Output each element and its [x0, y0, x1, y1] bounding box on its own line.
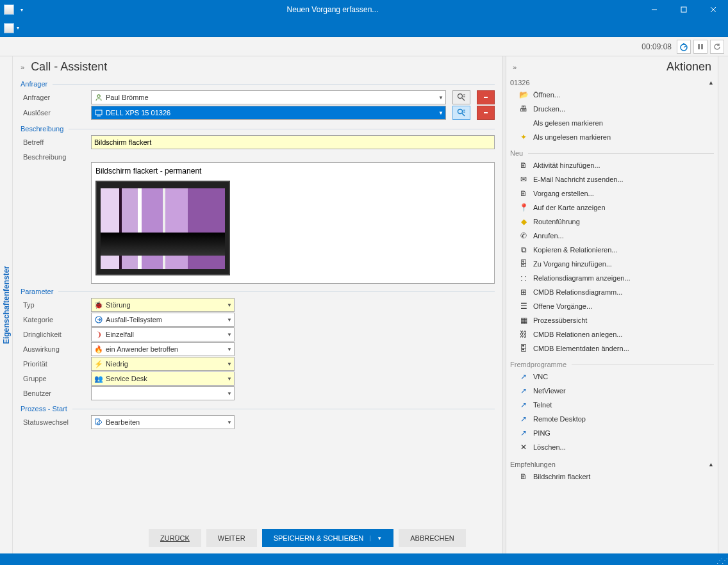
beschreibung-text: Bildschirm flackert - permanent: [95, 167, 490, 176]
app-icon: [4, 4, 14, 15]
diagram-icon: ⸬: [519, 274, 528, 282]
chevron-down-icon[interactable]: ▼: [227, 317, 232, 323]
combo-statuswechsel-value: Bearbeiten: [106, 418, 140, 426]
combo-prioritaet[interactable]: ⚡ Niedrig ▼: [91, 357, 235, 371]
add-user-icon: 🗄: [519, 259, 528, 268]
timer-pause-button[interactable]: [693, 40, 707, 54]
actions-title: Aktionen: [666, 60, 711, 74]
action-send-mail[interactable]: ✉E-Mail Nachricht zusenden...: [510, 172, 714, 186]
combo-anfrager[interactable]: Paul Brömme ▼: [91, 90, 446, 104]
window-title: Neuen Vorgang erfassen...: [26, 5, 640, 14]
chevron-down-icon[interactable]: ▼: [227, 361, 232, 367]
chevron-down-icon[interactable]: ▼: [438, 110, 443, 116]
timer-value: 00:09:08: [641, 42, 672, 51]
next-button[interactable]: WEITER: [206, 529, 257, 547]
chevron-down-icon[interactable]: ▼: [227, 391, 232, 397]
ribbon-tab-icon[interactable]: [4, 23, 14, 33]
label-typ: Typ: [21, 301, 85, 309]
actions-group-recommendations[interactable]: Empfehlungen ▲: [510, 461, 714, 468]
back-button[interactable]: ZURÜCK: [149, 529, 201, 547]
action-add-to-process[interactable]: 🗄Zu Vorgang hinzufügen...: [510, 257, 714, 271]
quick-access-dropdown[interactable]: ▾: [18, 7, 26, 13]
action-call[interactable]: ✆Anrufen...: [510, 229, 714, 243]
svg-rect-16: [95, 110, 102, 115]
external-icon: ↗: [519, 372, 528, 381]
svg-rect-23: [484, 112, 488, 113]
device-icon: [94, 108, 103, 117]
collapse-icon[interactable]: ▲: [708, 79, 714, 86]
action-netviewer[interactable]: ↗NetViewer: [510, 384, 714, 398]
action-cmdb-relation-diagram[interactable]: ⊞CMDB Relationsdiagramm...: [510, 285, 714, 299]
ribbon-tab-dropdown[interactable]: ▾: [17, 25, 19, 31]
action-mark-unread[interactable]: ✦Als ungelesen markieren: [510, 130, 714, 144]
maximize-button[interactable]: [669, 0, 699, 19]
action-open-processes[interactable]: ☰Offene Vorgänge...: [510, 299, 714, 313]
action-copy-relate[interactable]: ⧉Kopieren & Relationieren...: [510, 243, 714, 257]
action-routing[interactable]: ◆Routenführung: [510, 215, 714, 229]
combo-ausloeser[interactable]: DELL XPS 15 01326 ▼: [91, 106, 446, 120]
combo-auswirkung[interactable]: 🔥 ein Anwender betroffen ▼: [91, 342, 235, 356]
external-icon: ↗: [519, 386, 528, 395]
combo-ausloeser-value: DELL XPS 15 01326: [106, 109, 170, 117]
action-relation-diagram[interactable]: ⸬Relationsdiagramm anzeigen...: [510, 271, 714, 285]
combo-dringlichkeit[interactable]: ❩ Einzelfall ▼: [91, 327, 235, 341]
close-button[interactable]: [699, 0, 728, 19]
attached-image[interactable]: [95, 181, 230, 275]
svg-point-18: [458, 110, 463, 114]
combo-benutzer[interactable]: ▼: [91, 386, 235, 400]
input-betreff[interactable]: [91, 135, 495, 149]
action-add-activity[interactable]: 🗎Aktivität hinzufügen...: [510, 158, 714, 172]
external-icon: ↗: [519, 414, 528, 423]
left-sidepanel-tab[interactable]: Eigenschaftenfenster: [0, 56, 13, 553]
action-cmdb-create-relations[interactable]: ⛓CMDB Relationen anlegen...: [510, 327, 714, 341]
save-close-dropdown[interactable]: ▼: [370, 536, 382, 541]
vertical-scrollbar-track[interactable]: [718, 56, 728, 553]
svg-line-6: [684, 46, 686, 47]
svg-rect-7: [698, 44, 700, 49]
chevron-down-icon[interactable]: ▼: [227, 332, 232, 338]
chevron-down-icon[interactable]: ▼: [227, 420, 232, 425]
action-cmdb-edit-element[interactable]: 🗄CMDB Elementdaten ändern...: [510, 341, 714, 356]
save-close-button[interactable]: SPEICHERN & SCHLIEẞEN▼: [262, 529, 394, 547]
action-create-process[interactable]: 🗎Vorgang erstellen...: [510, 186, 714, 201]
chevron-down-icon[interactable]: ▼: [227, 376, 232, 382]
timer-reset-button[interactable]: [710, 40, 724, 54]
action-process-overview[interactable]: ▦Prozessübersicht: [510, 313, 714, 327]
svg-line-11: [462, 98, 465, 101]
lookup-anfrager-button[interactable]: [452, 90, 470, 104]
combo-statuswechsel[interactable]: Bearbeiten ▼: [91, 415, 235, 429]
action-vnc[interactable]: ↗VNC: [510, 370, 714, 384]
section-prozess: Prozess - Start: [21, 405, 67, 413]
document-icon: 🗎: [519, 161, 528, 170]
cancel-button[interactable]: ABBRECHEN: [399, 529, 465, 547]
lookup-ausloeser-button[interactable]: [452, 106, 470, 120]
collapse-main-icon[interactable]: »: [21, 63, 24, 71]
action-delete[interactable]: ✕Löschen...: [510, 440, 714, 454]
group-fremd: Fremdprogramme: [510, 361, 567, 368]
collapse-icon[interactable]: ▲: [708, 461, 714, 468]
textarea-beschreibung[interactable]: Bildschirm flackert - permanent: [91, 162, 495, 284]
timer-start-button[interactable]: [677, 40, 691, 54]
combo-kategorie[interactable]: Ausfall-Teilsystem ▼: [91, 313, 235, 327]
clear-ausloeser-button[interactable]: [477, 106, 495, 120]
collapse-actions-icon[interactable]: »: [513, 63, 517, 71]
clear-anfrager-button[interactable]: [477, 90, 495, 104]
combo-typ[interactable]: 🐞 Störung ▼: [91, 298, 235, 312]
svg-rect-1: [681, 7, 686, 12]
minimize-button[interactable]: [640, 0, 669, 19]
action-open[interactable]: 📂Öffnen...: [510, 88, 714, 102]
combo-gruppe[interactable]: 👥 Service Desk ▼: [91, 372, 235, 386]
action-print[interactable]: 🖶Drucken...: [510, 102, 714, 116]
actions-group-header[interactable]: 01326 ▲: [510, 79, 714, 86]
action-telnet[interactable]: ↗Telnet: [510, 398, 714, 412]
resize-grip-icon[interactable]: ⋰⋰: [716, 557, 727, 564]
action-ping[interactable]: ↗PING: [510, 426, 714, 440]
external-icon: ↗: [519, 429, 528, 438]
action-mark-read[interactable]: Als gelesen markieren: [510, 116, 714, 130]
chevron-down-icon[interactable]: ▼: [227, 347, 232, 352]
action-show-map[interactable]: 📍Auf der Karte anzeigen: [510, 201, 714, 215]
action-remote-desktop[interactable]: ↗Remote Desktop: [510, 412, 714, 426]
timer-bar: 00:09:08: [0, 37, 728, 56]
chevron-down-icon[interactable]: ▼: [227, 302, 232, 308]
chevron-down-icon[interactable]: ▼: [438, 95, 443, 101]
